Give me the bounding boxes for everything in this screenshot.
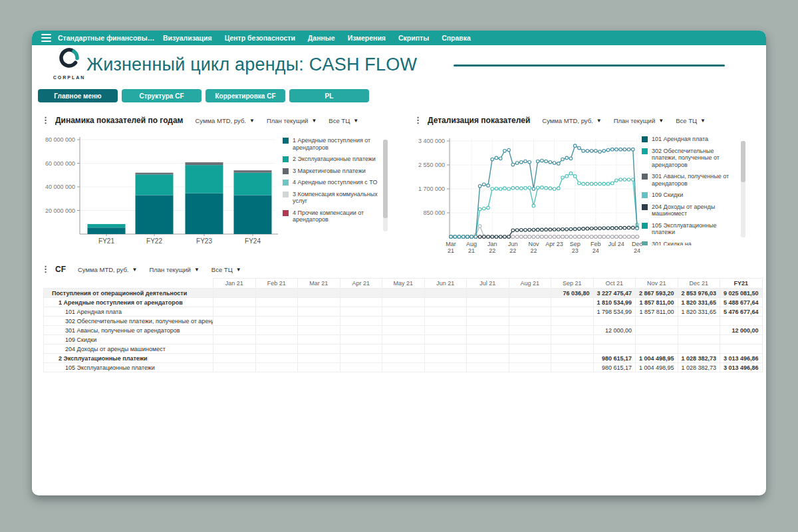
table-cell[interactable]: 3 013 496,86 xyxy=(720,354,763,363)
data-point[interactable] xyxy=(557,228,561,231)
table-cell[interactable] xyxy=(340,344,382,354)
data-point[interactable] xyxy=(586,150,589,153)
table-cell[interactable] xyxy=(340,363,382,372)
bar-segment[interactable] xyxy=(234,170,272,173)
data-point[interactable] xyxy=(515,162,519,165)
nav-button[interactable]: Корректировка CF xyxy=(205,89,285,102)
table-cell[interactable] xyxy=(424,326,467,335)
data-point[interactable] xyxy=(549,187,552,190)
table-cell[interactable]: 1 028 382,73 xyxy=(678,354,720,363)
workspace-title[interactable]: Стандартные финансовы… xyxy=(58,34,154,42)
data-point[interactable] xyxy=(578,146,581,150)
table-cell[interactable] xyxy=(298,298,340,307)
table-cell[interactable] xyxy=(593,335,636,344)
table-cell[interactable] xyxy=(340,307,382,317)
data-point[interactable] xyxy=(636,235,639,239)
data-point[interactable] xyxy=(632,235,635,239)
table-cell[interactable] xyxy=(509,344,551,354)
table-cell[interactable] xyxy=(382,298,425,307)
table-cell[interactable] xyxy=(509,326,551,335)
table-cell[interactable] xyxy=(298,344,340,354)
data-point[interactable] xyxy=(545,228,548,231)
data-point[interactable] xyxy=(569,172,573,175)
data-point[interactable] xyxy=(573,175,577,178)
legend-item[interactable]: 3 Компенсация коммунальных услуг xyxy=(283,191,381,205)
table-cell[interactable]: 1 820 331,65 xyxy=(678,298,720,307)
table-cell[interactable] xyxy=(551,354,594,363)
table-cell[interactable]: 2 867 593,20 xyxy=(636,289,678,298)
data-point[interactable] xyxy=(598,150,602,154)
table-cell[interactable]: 12 000,00 xyxy=(720,326,763,335)
table-cell[interactable] xyxy=(424,344,467,354)
table-cell[interactable] xyxy=(213,354,256,363)
data-point[interactable] xyxy=(524,235,527,239)
data-point[interactable] xyxy=(565,228,569,231)
data-point[interactable] xyxy=(586,182,589,186)
data-point[interactable] xyxy=(450,235,453,239)
data-point[interactable] xyxy=(483,183,486,186)
table-cell[interactable] xyxy=(213,344,256,354)
bar-chart-svg[interactable]: 80 000 00060 000 00040 000 00020 000 000… xyxy=(41,132,281,251)
data-point[interactable] xyxy=(507,148,511,152)
data-point[interactable] xyxy=(541,235,544,239)
line-legend-scrollbar[interactable] xyxy=(741,141,745,237)
filter-dropdown[interactable]: Сумма MTD, руб.▼ xyxy=(542,117,601,124)
table-cell[interactable] xyxy=(213,326,256,335)
legend-item[interactable]: 301 Скидка на эксплутационные платежи xyxy=(642,241,740,246)
data-point[interactable] xyxy=(623,178,626,182)
top-menu-item[interactable]: Центр безопасности xyxy=(225,34,295,42)
filter-dropdown[interactable]: План текущий▼ xyxy=(267,117,317,124)
data-point[interactable] xyxy=(623,226,626,229)
data-point[interactable] xyxy=(520,187,523,190)
table-cell[interactable] xyxy=(298,354,340,363)
table-cell[interactable] xyxy=(340,298,382,307)
data-point[interactable] xyxy=(619,178,622,182)
table-cell[interactable] xyxy=(424,317,467,326)
table-cell[interactable] xyxy=(467,289,509,298)
line-series[interactable] xyxy=(451,146,637,237)
data-point[interactable] xyxy=(524,186,527,190)
data-point[interactable] xyxy=(569,227,573,231)
data-point[interactable] xyxy=(462,235,465,239)
table-cell[interactable] xyxy=(467,298,509,307)
table-cell[interactable] xyxy=(467,317,509,326)
data-point[interactable] xyxy=(520,229,523,232)
bar-segment[interactable] xyxy=(186,165,223,194)
data-point[interactable] xyxy=(487,184,490,188)
data-point[interactable] xyxy=(553,228,556,231)
data-point[interactable] xyxy=(511,229,515,232)
table-cell[interactable]: 980 615,17 xyxy=(593,363,636,372)
bar-segment[interactable] xyxy=(136,173,174,175)
data-point[interactable] xyxy=(515,186,519,190)
table-cell[interactable]: 2 853 976,03 xyxy=(678,289,720,298)
data-point[interactable] xyxy=(602,235,606,239)
table-cell[interactable] xyxy=(255,307,298,317)
data-point[interactable] xyxy=(532,204,535,207)
table-cell[interactable] xyxy=(551,335,594,344)
data-point[interactable] xyxy=(499,188,502,191)
drag-handle-icon[interactable]: ⋮ xyxy=(41,116,50,125)
data-point[interactable] xyxy=(499,235,502,239)
data-point[interactable] xyxy=(524,229,527,232)
data-point[interactable] xyxy=(606,148,610,152)
filter-dropdown[interactable]: Сумма MTD, руб.▼ xyxy=(196,117,255,124)
data-point[interactable] xyxy=(578,182,581,185)
table-cell[interactable] xyxy=(678,317,720,326)
table-cell[interactable] xyxy=(424,307,467,317)
table-cell[interactable] xyxy=(467,307,509,317)
data-point[interactable] xyxy=(511,186,515,190)
data-point[interactable] xyxy=(503,235,507,239)
row-label[interactable]: 109 Скидки xyxy=(44,335,213,344)
data-point[interactable] xyxy=(573,144,577,148)
data-point[interactable] xyxy=(487,206,490,209)
row-label[interactable]: 101 Арендная плата xyxy=(44,307,213,317)
nav-button[interactable]: Главное меню xyxy=(38,89,118,102)
data-point[interactable] xyxy=(615,235,618,239)
data-point[interactable] xyxy=(545,235,548,239)
data-point[interactable] xyxy=(553,235,556,239)
table-cell[interactable] xyxy=(678,335,720,344)
table-cell[interactable]: 3 227 475,47 xyxy=(593,289,636,298)
data-point[interactable] xyxy=(582,235,585,239)
data-point[interactable] xyxy=(483,207,486,210)
table-cell[interactable] xyxy=(298,363,340,372)
